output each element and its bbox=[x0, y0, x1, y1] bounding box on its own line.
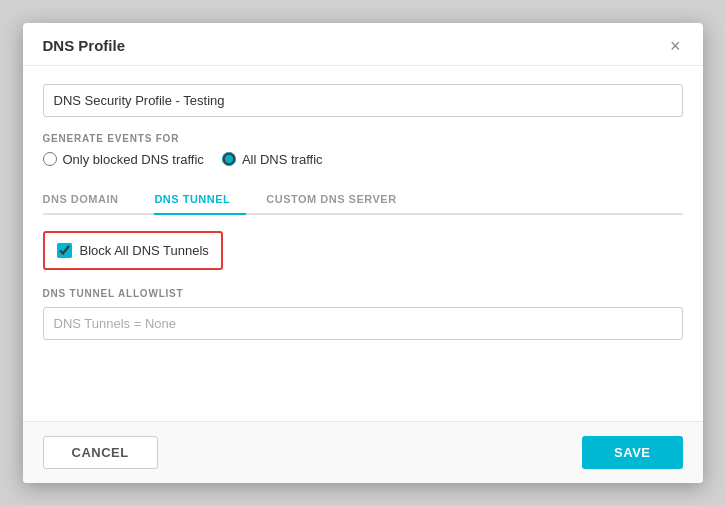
close-button[interactable]: × bbox=[668, 37, 683, 55]
radio-blocked-input[interactable] bbox=[43, 152, 57, 166]
dialog-header: DNS Profile × bbox=[23, 23, 703, 66]
allowlist-input[interactable] bbox=[43, 307, 683, 340]
generate-events-radio-group: Only blocked DNS traffic All DNS traffic bbox=[43, 152, 683, 167]
allowlist-section-label: DNS TUNNEL ALLOWLIST bbox=[43, 288, 683, 299]
dialog-body: GENERATE EVENTS FOR Only blocked DNS tra… bbox=[23, 66, 703, 421]
profile-name-input[interactable] bbox=[43, 84, 683, 117]
tab-dns-domain[interactable]: DNS DOMAIN bbox=[43, 185, 135, 215]
generate-events-label: GENERATE EVENTS FOR bbox=[43, 133, 683, 144]
radio-blocked-traffic[interactable]: Only blocked DNS traffic bbox=[43, 152, 204, 167]
dialog-footer: CANCEL SAVE bbox=[23, 421, 703, 483]
tab-content-dns-tunnel: Block All DNS Tunnels DNS TUNNEL ALLOWLI… bbox=[43, 215, 683, 350]
dialog-title: DNS Profile bbox=[43, 37, 126, 54]
radio-blocked-label: Only blocked DNS traffic bbox=[63, 152, 204, 167]
radio-all-traffic[interactable]: All DNS traffic bbox=[222, 152, 323, 167]
tabs-bar: DNS DOMAIN DNS TUNNEL CUSTOM DNS SERVER bbox=[43, 185, 683, 215]
tab-dns-tunnel[interactable]: DNS TUNNEL bbox=[154, 185, 246, 215]
radio-all-input[interactable] bbox=[222, 152, 236, 166]
cancel-button[interactable]: CANCEL bbox=[43, 436, 158, 469]
block-all-dns-tunnels-row: Block All DNS Tunnels bbox=[43, 231, 223, 270]
block-all-dns-tunnels-label: Block All DNS Tunnels bbox=[80, 243, 209, 258]
save-button[interactable]: SAVE bbox=[582, 436, 682, 469]
dns-profile-dialog: DNS Profile × GENERATE EVENTS FOR Only b… bbox=[23, 23, 703, 483]
block-all-dns-tunnels-checkbox[interactable] bbox=[57, 243, 72, 258]
tab-custom-dns-server[interactable]: CUSTOM DNS SERVER bbox=[266, 185, 412, 215]
radio-all-label: All DNS traffic bbox=[242, 152, 323, 167]
